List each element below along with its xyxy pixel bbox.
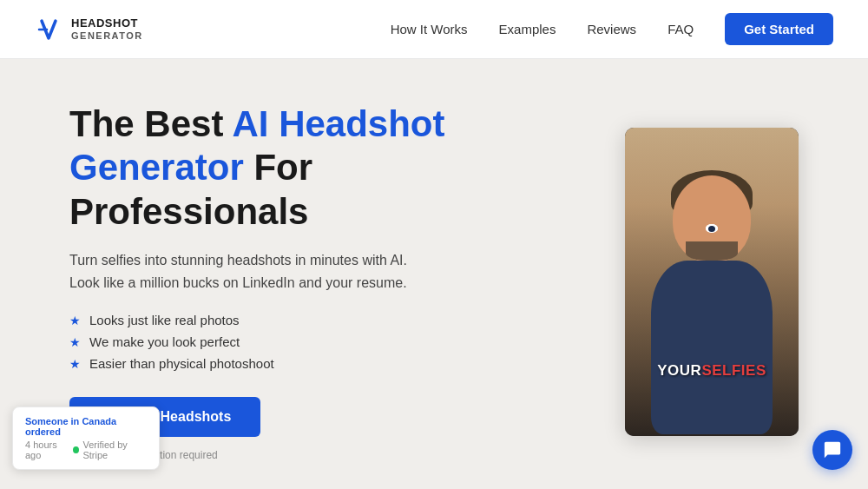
nav-how-it-works[interactable]: How It Works [391, 22, 468, 36]
pupil-right [708, 226, 715, 232]
feature-item-2: ★ We make you look perfect [69, 334, 503, 349]
logo-icon [35, 16, 62, 43]
star-icon-2: ★ [69, 335, 81, 349]
hero-title: The Best AI Headshot Generator For Profe… [69, 102, 503, 234]
nav-faq[interactable]: FAQ [667, 22, 694, 36]
hero-subtitle: Turn selfies into stunning headshots in … [69, 249, 434, 294]
nav-reviews[interactable]: Reviews [587, 22, 636, 36]
navbar: HEADSHOT GENERATOR How It Works Examples… [0, 0, 868, 59]
beard [686, 241, 738, 261]
eye-right [706, 224, 718, 233]
logo-text: HEADSHOT GENERATOR [71, 17, 143, 40]
chat-bubble-button[interactable] [812, 430, 852, 470]
video-frame: YOURSELFIES [625, 128, 799, 436]
verified-label: Verified by Stripe [82, 439, 147, 460]
toast-notification: Someone in Canada ordered 4 hours ago Ve… [12, 406, 160, 470]
video-overlay: YOURSELFIES [657, 362, 766, 380]
star-icon-3: ★ [69, 357, 81, 371]
nav-links: How It Works Examples Reviews FAQ Get St… [391, 13, 833, 45]
star-icon-1: ★ [69, 314, 81, 327]
chat-icon [823, 440, 842, 459]
toast-line2: 4 hours ago Verified by Stripe [25, 439, 147, 460]
logo[interactable]: HEADSHOT GENERATOR [35, 16, 143, 43]
hero-video: YOURSELFIES [625, 128, 799, 436]
nav-examples[interactable]: Examples [499, 22, 556, 36]
feature-item-1: ★ Looks just like real photos [69, 313, 503, 327]
head [673, 175, 751, 262]
toast-line1: Someone in Canada ordered [25, 416, 147, 437]
person-silhouette [634, 158, 790, 436]
features-list: ★ Looks just like real photos ★ We make … [69, 313, 503, 371]
body [651, 261, 773, 434]
verified-dot [73, 446, 79, 453]
feature-item-3: ★ Easier than physical photoshoot [69, 356, 503, 371]
nav-get-started-button[interactable]: Get Started [725, 13, 833, 45]
